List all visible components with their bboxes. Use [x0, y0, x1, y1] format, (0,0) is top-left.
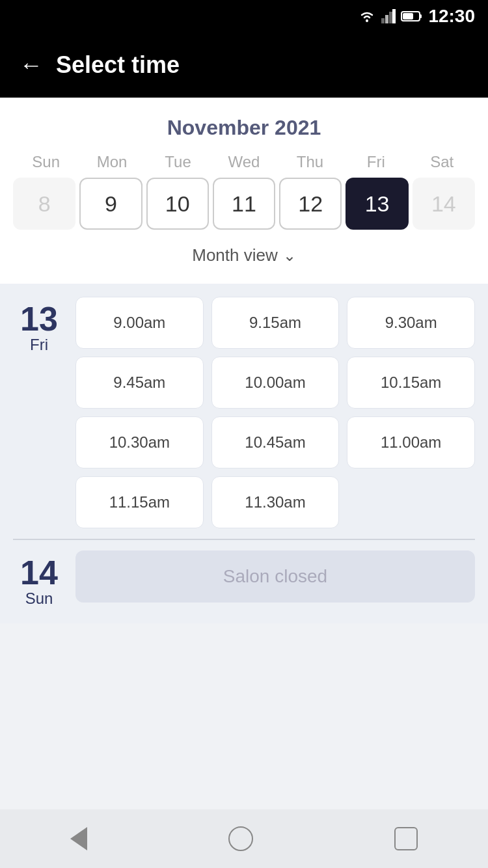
day-headers-row: Sun Mon Tue Wed Thu Fri Sat	[13, 153, 475, 171]
status-bar: 12:30	[0, 0, 488, 33]
day-13-label: 13 Fri	[13, 297, 65, 528]
day-14-name: Sun	[25, 590, 53, 608]
battery-icon	[401, 10, 423, 22]
time-slot-900am[interactable]: 9.00am	[75, 297, 204, 349]
svg-rect-2	[385, 15, 388, 23]
svg-rect-6	[420, 14, 422, 18]
day-header-mon: Mon	[79, 153, 144, 171]
svg-rect-1	[381, 18, 385, 23]
date-cell-9[interactable]: 9	[79, 178, 142, 230]
time-slot-1045am[interactable]: 10.45am	[211, 416, 340, 468]
wifi-icon	[358, 10, 376, 23]
time-section: 13 Fri 9.00am 9.15am 9.30am 9.45am 10.00…	[0, 284, 488, 623]
dates-row: 8 9 10 11 12 13 14	[13, 178, 475, 230]
nav-recent-button[interactable]	[394, 827, 418, 850]
month-view-label: Month view	[192, 245, 278, 265]
day-header-wed: Wed	[211, 153, 277, 171]
day-header-sun: Sun	[13, 153, 79, 171]
nav-bar	[0, 809, 488, 868]
time-slot-915am[interactable]: 9.15am	[211, 297, 340, 349]
date-cell-11[interactable]: 11	[213, 178, 275, 230]
time-slot-1130am[interactable]: 11.30am	[211, 476, 340, 528]
status-time: 12:30	[428, 6, 475, 27]
time-slot-1115am[interactable]: 11.15am	[75, 476, 204, 528]
time-slot-1000am[interactable]: 10.00am	[211, 357, 340, 409]
day-13-slots-grid: 9.00am 9.15am 9.30am 9.45am 10.00am 10.1…	[75, 297, 475, 528]
month-view-toggle[interactable]: Month view ⌄	[13, 240, 475, 271]
recent-square-icon	[394, 827, 418, 850]
signal-icon	[381, 9, 396, 23]
header: ← Select time	[0, 33, 488, 98]
day-14-section: 14 Sun Salon closed	[13, 550, 475, 608]
day-header-tue: Tue	[145, 153, 211, 171]
svg-rect-4	[392, 9, 396, 23]
status-icons: 12:30	[358, 6, 475, 27]
date-cell-8[interactable]: 8	[13, 178, 75, 230]
time-slot-930am[interactable]: 9.30am	[347, 297, 475, 349]
svg-rect-3	[389, 12, 392, 23]
calendar-section: November 2021 Sun Mon Tue Wed Thu Fri Sa…	[0, 98, 488, 284]
date-cell-14[interactable]: 14	[413, 178, 475, 230]
day-14-number: 14	[20, 556, 58, 590]
back-triangle-icon	[70, 827, 87, 850]
salon-closed-badge: Salon closed	[75, 550, 475, 603]
time-slot-945am[interactable]: 9.45am	[75, 357, 204, 409]
time-slot-1100am[interactable]: 11.00am	[347, 416, 475, 468]
nav-home-button[interactable]	[228, 826, 253, 851]
day-13-name: Fri	[30, 336, 48, 354]
day-13-number: 13	[20, 302, 58, 336]
date-cell-13[interactable]: 13	[346, 178, 408, 230]
day-header-fri: Fri	[343, 153, 409, 171]
home-circle-icon	[228, 826, 253, 851]
day-14-label: 14 Sun	[13, 550, 65, 608]
month-year-label: November 2021	[13, 116, 475, 140]
time-slot-1030am[interactable]: 10.30am	[75, 416, 204, 468]
svg-rect-7	[403, 13, 413, 20]
day-header-thu: Thu	[277, 153, 343, 171]
section-divider	[13, 539, 475, 540]
date-cell-10[interactable]: 10	[146, 178, 209, 230]
back-button[interactable]: ←	[20, 53, 43, 77]
page-title: Select time	[56, 51, 180, 79]
svg-point-0	[366, 20, 368, 22]
day-header-sat: Sat	[409, 153, 475, 171]
day-13-section: 13 Fri 9.00am 9.15am 9.30am 9.45am 10.00…	[13, 297, 475, 528]
nav-back-button[interactable]	[70, 827, 87, 850]
time-slot-1015am[interactable]: 10.15am	[347, 357, 475, 409]
chevron-down-icon: ⌄	[283, 247, 296, 265]
date-cell-12[interactable]: 12	[279, 178, 342, 230]
